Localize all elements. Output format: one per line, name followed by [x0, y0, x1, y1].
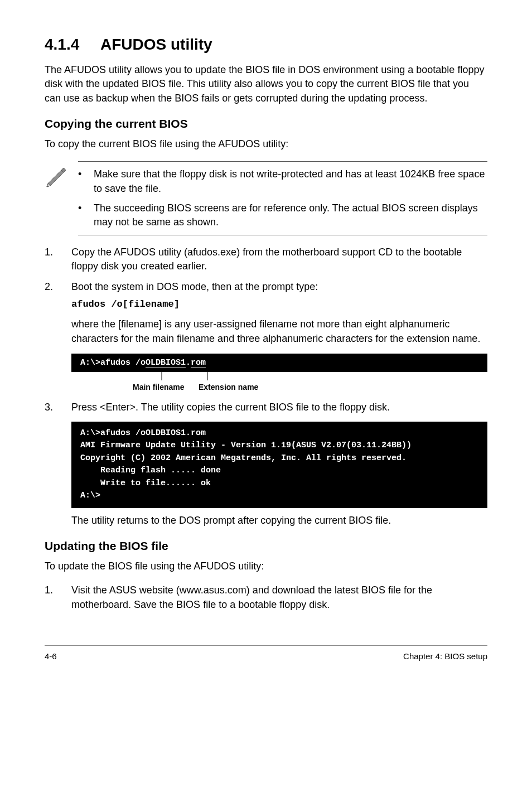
note-item: • Make sure that the floppy disk is not … [78, 167, 487, 195]
filename-diagram: A:\>afudos /oOLDBIOS1.rom Main filename … [71, 354, 487, 393]
pencil-icon [45, 161, 78, 188]
step-item: 1. Visit the ASUS website (www.asus.com)… [45, 583, 487, 611]
step-number: 3. [45, 400, 71, 414]
page-footer: 4-6 Chapter 4: BIOS setup [45, 645, 487, 662]
step-number: 1. [45, 583, 71, 611]
note-item: • The succeeding BIOS screens are for re… [78, 201, 487, 229]
step-text: Copy the AFUDOS utility (afudos.exe) fro… [71, 245, 487, 273]
step-number: 2. [45, 280, 71, 311]
page-number: 4-6 [45, 650, 57, 662]
code-inline: afudos /o[filename] [71, 298, 487, 311]
step-item: 2. Boot the system in DOS mode, then at … [45, 280, 487, 311]
section-title: AFUDOS utility [100, 36, 212, 53]
copying-heading: Copying the current BIOS [45, 115, 487, 132]
extension-name-label: Extension name [199, 382, 258, 393]
note-text: The succeeding BIOS screens are for refe… [94, 201, 487, 229]
bullet-icon: • [78, 201, 94, 229]
section-heading: 4.1.4AFUDOS utility [45, 33, 487, 55]
step-after-text: where the [filename] is any user-assigne… [71, 317, 487, 345]
intro-paragraph: The AFUDOS utility allows you to update … [45, 63, 487, 105]
updating-lead: To update the BIOS file using the AFUDOS… [45, 559, 487, 573]
updating-heading: Updating the BIOS file [45, 538, 487, 554]
copying-lead: To copy the current BIOS file using the … [45, 137, 487, 151]
code-line: A:\>afudos /oOLDBIOS1.rom [71, 354, 487, 372]
main-filename-label: Main filename [133, 382, 199, 393]
section-number: 4.1.4 [45, 33, 100, 55]
after-code-text: The utility returns to the DOS prompt af… [71, 514, 487, 528]
note-text: Make sure that the floppy disk is not wr… [94, 167, 487, 195]
step-item: 1. Copy the AFUDOS utility (afudos.exe) … [45, 245, 487, 273]
terminal-output: A:\>afudos /oOLDBIOS1.rom AMI Firmware U… [71, 422, 487, 508]
step-item: 3. Press <Enter>. The utility copies the… [45, 400, 487, 414]
step-number: 1. [45, 245, 71, 273]
step-text: Visit the ASUS website (www.asus.com) an… [71, 583, 487, 611]
note-block: • Make sure that the floppy disk is not … [45, 161, 487, 235]
step-text: Press <Enter>. The utility copies the cu… [71, 400, 487, 414]
step-text: Boot the system in DOS mode, then at the… [71, 280, 487, 294]
bullet-icon: • [78, 167, 94, 195]
chapter-label: Chapter 4: BIOS setup [403, 650, 487, 662]
